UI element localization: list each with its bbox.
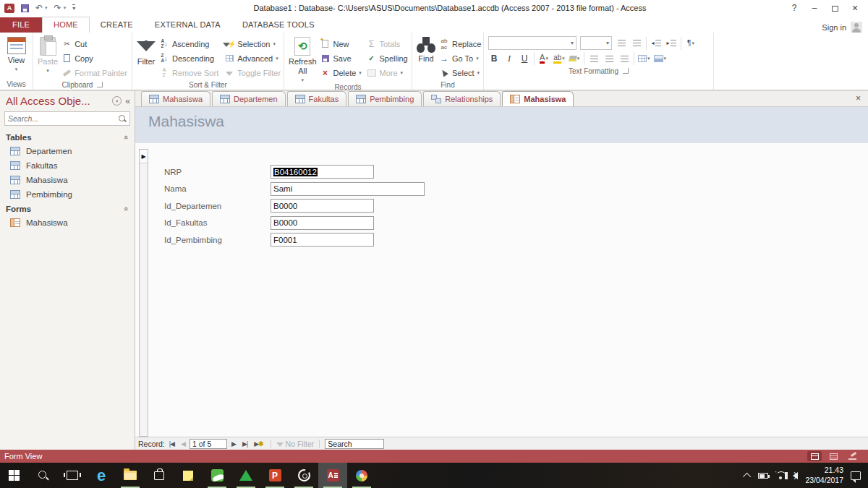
taskbar-access[interactable]: A: [318, 463, 347, 488]
increase-indent-button[interactable]: ▸: [665, 37, 677, 50]
replace-button[interactable]: abacReplace: [437, 37, 483, 51]
wifi-icon[interactable]: *: [775, 471, 786, 479]
nav-pane-menu-icon[interactable]: ▾: [112, 96, 122, 106]
start-button[interactable]: [0, 463, 29, 488]
taskbar-sticky-notes[interactable]: [174, 463, 203, 488]
underline-button[interactable]: U: [519, 52, 530, 65]
record-search-box[interactable]: [325, 439, 384, 449]
descending-button[interactable]: ZA↓Descending: [157, 51, 221, 65]
decrease-indent-button[interactable]: ◂: [650, 37, 662, 50]
gridlines-button[interactable]: ▾: [638, 52, 650, 65]
numbering-button[interactable]: [631, 37, 642, 50]
volume-icon[interactable]: [793, 472, 798, 479]
view-button[interactable]: View ▾: [4, 35, 28, 72]
highlight-button[interactable]: ab▾: [553, 52, 565, 65]
sign-in[interactable]: Sign in: [822, 22, 868, 33]
taskbar-store[interactable]: [145, 463, 174, 488]
nav-item-departemen[interactable]: Departemen: [0, 144, 135, 158]
close-button[interactable]: ×: [845, 1, 865, 15]
form-view-button[interactable]: [807, 451, 822, 461]
doc-tab-relationships[interactable]: Relationships: [423, 91, 501, 106]
undo-dropdown-icon[interactable]: ▾: [45, 5, 48, 11]
field-input-id-pembimbing[interactable]: F0001: [271, 233, 374, 247]
action-center-icon[interactable]: [851, 471, 861, 480]
tab-create[interactable]: CREATE: [90, 17, 144, 33]
taskbar-search-button[interactable]: [29, 463, 58, 488]
new-blank-record-button[interactable]: ▶✱: [252, 440, 265, 448]
nav-search-input[interactable]: [5, 114, 118, 123]
italic-button[interactable]: I: [503, 52, 515, 65]
record-search-input[interactable]: [326, 440, 383, 448]
search-icon[interactable]: [118, 114, 127, 123]
nav-item-mahasiswa-form[interactable]: Mahasiswa: [0, 215, 135, 230]
selection-button[interactable]: ⚡Selection▾: [222, 37, 283, 51]
background-fill-button[interactable]: ▾: [569, 52, 580, 65]
taskbar-edge[interactable]: e: [87, 463, 116, 488]
toggle-filter-button[interactable]: Toggle Filter: [222, 66, 283, 80]
tab-external-data[interactable]: EXTERNAL DATA: [144, 17, 231, 33]
battery-icon[interactable]: [758, 473, 768, 479]
taskbar-powerpoint[interactable]: P: [260, 463, 289, 488]
field-input-id-fakultas[interactable]: B0000: [271, 216, 374, 230]
align-center-button[interactable]: [603, 52, 615, 65]
paste-button[interactable]: Paste ▾: [38, 35, 58, 74]
nav-pane-collapse-icon[interactable]: «: [125, 96, 130, 106]
nav-item-mahasiswa-table[interactable]: Mahasiswa: [0, 173, 135, 187]
refresh-all-button[interactable]: ⟲ Refresh All ▾: [289, 35, 317, 83]
last-record-button[interactable]: ▶|: [240, 440, 250, 448]
taskbar-clock[interactable]: 21.43 23/04/2017: [805, 466, 843, 485]
collapse-chevron-icon[interactable]: «: [122, 135, 131, 140]
next-record-button[interactable]: ▶: [229, 440, 238, 448]
datasheet-view-button[interactable]: [826, 451, 841, 461]
tab-file[interactable]: FILE: [0, 17, 42, 33]
font-size-combo[interactable]: ▾: [580, 36, 612, 50]
remove-sort-button[interactable]: AZRemove Sort: [157, 66, 221, 80]
field-input-nama[interactable]: Sami: [271, 182, 425, 196]
save-icon[interactable]: [21, 4, 29, 12]
minimize-button[interactable]: –: [804, 1, 825, 15]
doc-tab-fakultas[interactable]: Fakultas: [287, 91, 347, 106]
tab-database-tools[interactable]: DATABASE TOOLS: [231, 17, 326, 33]
advanced-button[interactable]: Advanced▾: [222, 51, 283, 65]
doc-tab-pembimbing[interactable]: Pembimbing: [348, 91, 422, 106]
clipboard-dialog-launcher-icon[interactable]: [97, 82, 103, 87]
nav-item-pembimbing[interactable]: Pembimbing: [0, 187, 135, 202]
taskbar-recorder[interactable]: [289, 463, 318, 488]
record-position[interactable]: 1 of 5: [190, 439, 227, 449]
first-record-button[interactable]: |◀: [167, 440, 176, 448]
spelling-button[interactable]: ✓Spelling: [365, 51, 410, 65]
go-to-button[interactable]: →Go To▾: [437, 51, 483, 65]
ascending-button[interactable]: AZ↓Ascending: [157, 37, 221, 51]
field-input-nrp[interactable]: B04160012: [271, 165, 374, 179]
record-selector-bar[interactable]: ▶: [139, 149, 148, 437]
save-record-button[interactable]: Save: [318, 51, 363, 65]
format-painter-button[interactable]: Format Painter: [59, 66, 129, 80]
cut-button[interactable]: ✂Cut: [59, 37, 129, 51]
tray-expand-icon[interactable]: [743, 472, 751, 480]
help-button[interactable]: ?: [784, 1, 804, 15]
collapse-chevron-icon[interactable]: «: [122, 207, 131, 211]
taskbar-autodesk[interactable]: [231, 463, 260, 488]
delete-button[interactable]: ×Delete▾: [318, 66, 363, 80]
customize-qat-icon[interactable]: ▾: [72, 4, 75, 12]
nav-group-forms[interactable]: Forms «: [0, 202, 135, 215]
close-document-icon[interactable]: ×: [856, 93, 868, 103]
taskbar-file-explorer[interactable]: [116, 463, 145, 488]
font-color-button[interactable]: A▾: [538, 52, 550, 65]
previous-record-button[interactable]: ◀: [179, 440, 187, 448]
copy-button[interactable]: Copy: [59, 51, 129, 65]
new-record-button[interactable]: New: [318, 37, 363, 51]
redo-icon[interactable]: ↷: [54, 4, 61, 12]
totals-button[interactable]: ΣTotals: [365, 37, 410, 51]
bullets-button[interactable]: [616, 37, 627, 50]
more-button[interactable]: More▾: [365, 66, 410, 80]
text-direction-button[interactable]: ¶▾: [685, 37, 697, 50]
doc-tab-mahasiswa-form[interactable]: Mahasiswa: [502, 91, 574, 106]
find-button[interactable]: Find: [417, 35, 435, 64]
align-right-button[interactable]: [618, 52, 630, 65]
align-left-button[interactable]: [588, 52, 600, 65]
nav-group-tables[interactable]: Tables «: [0, 130, 135, 144]
design-view-button[interactable]: [845, 451, 859, 461]
doc-tab-departemen[interactable]: Departemen: [212, 91, 286, 106]
doc-tab-mahasiswa-table[interactable]: Mahasiswa: [141, 91, 210, 106]
